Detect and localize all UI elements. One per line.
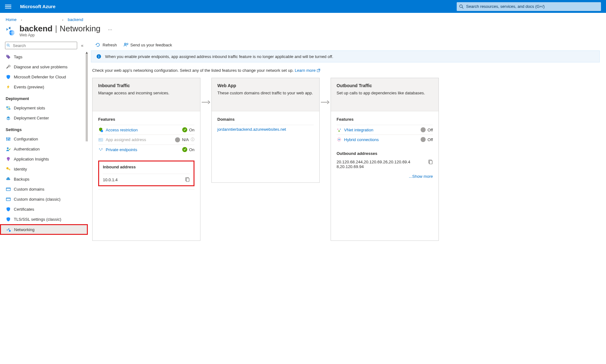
sidebar-item-label: Diagnose and solve problems [14, 65, 67, 69]
status-na-icon [175, 137, 180, 142]
inbound-desc: Manage access and incoming services. [98, 91, 194, 95]
svg-point-25 [124, 43, 126, 45]
refresh-button[interactable]: Refresh [95, 42, 117, 47]
domain-icon [6, 187, 11, 192]
svg-rect-22 [6, 198, 10, 200]
svg-rect-6 [6, 106, 8, 108]
shield-icon [6, 74, 11, 79]
svg-rect-31 [98, 138, 103, 141]
sidebar-item-custom-domains[interactable]: Custom domains [0, 184, 88, 194]
chevron-right-icon: › [62, 18, 63, 22]
svg-point-3 [7, 44, 9, 46]
show-more-link[interactable]: ...Show more [409, 174, 433, 179]
webapp-title: Web App [217, 83, 314, 88]
key-icon [6, 166, 11, 171]
domain-icon [6, 197, 11, 202]
svg-rect-16 [8, 160, 9, 161]
copy-icon[interactable] [185, 177, 190, 182]
feature-access-restriction[interactable]: Access restriction On [98, 125, 194, 135]
hybrid-icon [337, 137, 342, 142]
search-icon [459, 4, 464, 9]
collapse-sidebar-icon[interactable]: « [81, 43, 83, 48]
more-actions-icon[interactable]: ··· [108, 27, 112, 33]
breadcrumb-home[interactable]: Home [6, 17, 17, 22]
feature-vnet-integration[interactable]: VNet integration Off [337, 125, 433, 135]
status-off-icon [421, 127, 426, 132]
brand-label: Microsoft Azure [20, 4, 56, 9]
global-search[interactable] [457, 2, 601, 11]
tag-icon [6, 54, 11, 59]
svg-point-37 [338, 130, 340, 132]
search-icon [7, 44, 10, 47]
sidebar-item-diagnose[interactable]: Diagnose and solve problems [0, 62, 88, 72]
svg-point-0 [460, 5, 462, 8]
global-search-input[interactable] [457, 2, 601, 11]
sidebar-search[interactable] [5, 42, 77, 49]
sidebar-item-label: Tags [14, 55, 22, 59]
sidebar-scrollbar[interactable] [86, 52, 88, 238]
cloud-icon [6, 177, 11, 182]
sidebar-item-custom-domains-classic[interactable]: Custom domains (classic) [0, 194, 88, 204]
arrow-right-icon [200, 78, 211, 105]
inbound-title: Inbound Traffic [98, 83, 194, 88]
page-title-row: backend | Networking ··· Web App [0, 22, 606, 39]
sidebar-item-tls-ssl[interactable]: TLS/SSL settings (classic) [0, 214, 88, 224]
outbound-card: Outbound Traffic Set up calls to app dep… [331, 78, 439, 241]
info-icon [96, 54, 101, 59]
info-icon[interactable]: ⓘ [191, 137, 194, 142]
sidebar-item-label: Backups [14, 177, 29, 182]
sidebar-item-networking[interactable]: Networking [0, 224, 88, 235]
sidebar-item-deployment-center[interactable]: Deployment Center [0, 113, 88, 123]
intro-text: Check your web app's networking configur… [88, 62, 600, 78]
sidebar-item-configuration[interactable]: Configuration [0, 134, 88, 144]
inbound-address-value: 10.0.1.4 [103, 177, 118, 182]
sidebar-item-label: Custom domains (classic) [14, 197, 61, 202]
sidebar: Tags Diagnose and solve problems Microso… [0, 52, 88, 238]
shield-check-icon [98, 127, 103, 132]
breadcrumb-current[interactable]: backend [68, 17, 83, 22]
outbound-desc: Set up calls to app dependencies like da… [337, 91, 433, 95]
address-icon [98, 137, 103, 142]
page-title: backend [19, 24, 53, 34]
hamburger-menu-icon[interactable] [5, 5, 11, 8]
page-subtitle: Web App [19, 33, 112, 37]
svg-rect-32 [99, 139, 100, 140]
sidebar-item-label: TLS/SSL settings (classic) [14, 217, 61, 222]
webapp-desc: These custom domains direct traffic to y… [217, 91, 314, 95]
sidebar-item-events[interactable]: Events (preview) [0, 82, 88, 92]
sidebar-item-label: Authentication [14, 147, 40, 151]
sidebar-item-defender[interactable]: Microsoft Defender for Cloud [0, 72, 88, 82]
feature-hybrid-connections[interactable]: Hybrid connections Off [337, 135, 433, 144]
svg-rect-20 [6, 187, 10, 190]
svg-line-4 [9, 46, 10, 47]
webapp-domain-link[interactable]: jordanntierbackend.azurewebsites.net [217, 125, 314, 132]
svg-rect-7 [8, 108, 10, 109]
endpoints-icon [98, 147, 103, 152]
sidebar-item-app-insights[interactable]: Application Insights [0, 154, 88, 164]
learn-more-link[interactable]: Learn more [295, 68, 320, 73]
sidebar-search-input[interactable] [5, 42, 77, 49]
sidebar-item-authentication[interactable]: Authentication [0, 144, 88, 154]
lightning-icon [6, 84, 11, 89]
svg-point-11 [6, 138, 7, 139]
sidebar-item-certificates[interactable]: Certificates [0, 204, 88, 214]
features-label: Features [98, 117, 194, 122]
feature-app-assigned-address: App assigned address N/Aⓘ [98, 135, 194, 145]
vnet-icon [337, 127, 342, 132]
feedback-button[interactable]: Send us your feedback [123, 42, 172, 47]
sidebar-item-identity[interactable]: Identity [0, 164, 88, 174]
svg-line-1 [462, 7, 463, 8]
outbound-addresses-value: 20.120.68.244,20.120.69.26,20.120.69.48,… [337, 160, 412, 169]
sidebar-item-backups[interactable]: Backups [0, 174, 88, 184]
slots-icon [6, 105, 11, 110]
sidebar-item-tags[interactable]: Tags [0, 52, 88, 62]
svg-rect-19 [9, 169, 10, 170]
copy-icon[interactable] [428, 160, 433, 165]
sidebar-item-label: Identity [14, 167, 27, 171]
deployment-icon [6, 115, 11, 120]
domains-label: Domains [217, 117, 314, 122]
feature-private-endpoints[interactable]: Private endpoints On [98, 145, 194, 154]
sidebar-item-deployment-slots[interactable]: Deployment slots [0, 103, 88, 113]
svg-point-14 [7, 147, 8, 149]
features-label: Features [337, 117, 433, 122]
